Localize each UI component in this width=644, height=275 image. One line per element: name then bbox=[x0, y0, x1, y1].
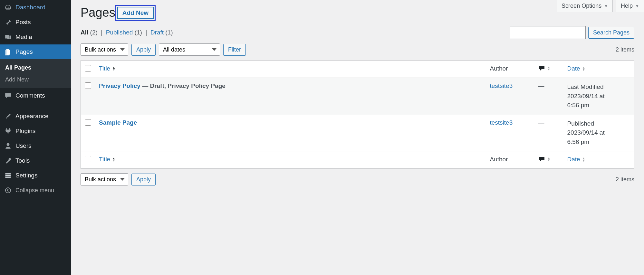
main-content: Screen Options ▼ Help ▼ Pages Add New Al… bbox=[71, 0, 644, 275]
bulk-actions-select[interactable]: Bulk actions bbox=[81, 43, 128, 56]
search-input[interactable] bbox=[510, 26, 586, 39]
comment-icon bbox=[538, 65, 545, 71]
page-title: Pages bbox=[81, 6, 115, 20]
sidebar-label: Dashboard bbox=[15, 4, 45, 11]
sidebar-subitem-all-pages[interactable]: All Pages bbox=[0, 62, 71, 74]
sidebar-item-appearance[interactable]: Appearance bbox=[0, 109, 71, 124]
sidebar-item-users[interactable]: Users bbox=[0, 138, 71, 153]
chevron-down-icon: ▼ bbox=[635, 4, 639, 8]
sidebar-item-media[interactable]: Media bbox=[0, 30, 71, 44]
help-tab[interactable]: Help ▼ bbox=[616, 0, 644, 12]
sort-icon: ▲▼ bbox=[582, 66, 585, 71]
sort-icon: ▲▼ bbox=[547, 157, 551, 161]
screen-options-tab[interactable]: Screen Options ▼ bbox=[557, 0, 613, 12]
row-checkbox[interactable] bbox=[85, 119, 91, 126]
sliders-icon bbox=[5, 172, 12, 179]
sidebar-label: Plugins bbox=[15, 128, 35, 135]
screen-options-label: Screen Options bbox=[562, 3, 601, 9]
page-status-suffix: — Draft, Privacy Policy Page bbox=[140, 82, 226, 89]
sidebar-label: Collapse menu bbox=[15, 187, 54, 194]
pages-icon bbox=[5, 48, 12, 55]
sidebar-item-pages[interactable]: Pages bbox=[0, 44, 71, 59]
user-icon bbox=[5, 142, 12, 149]
date-cell: Last Modified 2023/09/14 at 6:56 pm bbox=[563, 78, 634, 115]
search-button[interactable]: Search Pages bbox=[588, 27, 634, 39]
sidebar-label: Posts bbox=[15, 19, 31, 26]
sidebar-label: Media bbox=[15, 33, 32, 41]
sidebar-label: Settings bbox=[15, 172, 38, 179]
sidebar-item-tools[interactable]: Tools bbox=[0, 153, 71, 168]
sidebar-submenu-pages: All Pages Add New bbox=[0, 59, 71, 88]
dashboard-icon bbox=[5, 4, 12, 11]
top-actions-row: Bulk actions Apply All dates Filter 2 it… bbox=[81, 43, 634, 56]
filters-row: All (2) | Published (1) | Draft (1) Sear… bbox=[81, 26, 634, 39]
sort-icon: ▲▼ bbox=[547, 66, 551, 71]
sidebar-item-posts[interactable]: Posts bbox=[0, 15, 71, 30]
page-header: Pages Add New bbox=[81, 0, 634, 20]
sidebar-collapse[interactable]: Collapse menu bbox=[0, 183, 71, 198]
items-count-top: 2 items bbox=[616, 46, 634, 53]
table-row: Sample Page testsite3 — Published 2023/0… bbox=[81, 115, 634, 151]
sort-icon: ▲▼ bbox=[112, 66, 115, 71]
page-title-link[interactable]: Sample Page bbox=[99, 119, 137, 126]
sidebar-label: Tools bbox=[15, 157, 30, 164]
comment-icon bbox=[5, 92, 12, 99]
brush-icon bbox=[5, 113, 12, 120]
column-title-footer[interactable]: Title ▲▼ bbox=[99, 156, 115, 163]
column-author-header: Author bbox=[486, 61, 534, 78]
filter-draft-count: (1) bbox=[165, 29, 173, 36]
bulk-actions-select-bottom[interactable]: Bulk actions bbox=[81, 173, 128, 185]
column-date-header[interactable]: Date ▲▼ bbox=[567, 65, 585, 72]
plug-icon bbox=[5, 128, 12, 135]
bottom-actions-row: Bulk actions Apply 2 items bbox=[81, 173, 634, 185]
comments-value: — bbox=[538, 119, 544, 126]
status-filters: All (2) | Published (1) | Draft (1) bbox=[81, 29, 173, 36]
apply-button-bottom[interactable]: Apply bbox=[131, 174, 156, 185]
filter-all-count: (2) bbox=[90, 29, 98, 36]
sidebar-item-settings[interactable]: Settings bbox=[0, 168, 71, 183]
sidebar-item-plugins[interactable]: Plugins bbox=[0, 124, 71, 138]
comments-value: — bbox=[538, 82, 544, 89]
sidebar-label: Appearance bbox=[15, 113, 48, 120]
sidebar-label: Users bbox=[15, 142, 32, 149]
sidebar-label: Comments bbox=[15, 92, 45, 99]
media-icon bbox=[5, 33, 12, 41]
column-comments-header[interactable]: ▲▼ bbox=[538, 65, 551, 71]
filter-published-count: (1) bbox=[135, 29, 142, 36]
column-title-header[interactable]: Title ▲▼ bbox=[99, 65, 115, 72]
help-label: Help bbox=[621, 3, 633, 9]
sidebar-item-comments[interactable]: Comments bbox=[0, 88, 71, 103]
sort-icon: ▲▼ bbox=[112, 157, 115, 162]
add-new-button[interactable]: Add New bbox=[117, 7, 154, 19]
column-date-footer[interactable]: Date ▲▼ bbox=[567, 156, 585, 163]
chevron-down-icon: ▼ bbox=[604, 4, 608, 8]
sidebar-subitem-add-new[interactable]: Add New bbox=[0, 74, 71, 86]
select-all-checkbox-bottom[interactable] bbox=[85, 156, 91, 162]
items-count-bottom: 2 items bbox=[616, 176, 634, 183]
filter-draft[interactable]: Draft bbox=[150, 29, 164, 36]
search-area: Search Pages bbox=[510, 26, 634, 39]
pages-table: Title ▲▼ Author ▲▼ Date ▲▼ bbox=[81, 60, 634, 169]
author-link[interactable]: testsite3 bbox=[490, 119, 513, 126]
author-link[interactable]: testsite3 bbox=[490, 82, 513, 89]
admin-sidebar: Dashboard Posts Media Pages All Pages Ad… bbox=[0, 0, 71, 275]
filter-button[interactable]: Filter bbox=[223, 44, 246, 56]
collapse-icon bbox=[5, 187, 12, 194]
sort-icon: ▲▼ bbox=[582, 157, 585, 162]
date-cell: Published 2023/09/14 at 6:56 pm bbox=[563, 115, 634, 151]
page-title-link[interactable]: Privacy Policy bbox=[99, 82, 140, 89]
top-tabs: Screen Options ▼ Help ▼ bbox=[557, 0, 644, 12]
apply-button-top[interactable]: Apply bbox=[131, 44, 156, 56]
sidebar-label: Pages bbox=[15, 48, 33, 55]
table-row: Privacy Policy — Draft, Privacy Policy P… bbox=[81, 78, 634, 115]
column-author-footer: Author bbox=[486, 151, 534, 169]
column-comments-footer[interactable]: ▲▼ bbox=[538, 156, 551, 162]
filter-all[interactable]: All bbox=[81, 29, 88, 36]
pin-icon bbox=[5, 19, 12, 26]
comment-icon bbox=[538, 156, 545, 162]
select-all-checkbox-top[interactable] bbox=[85, 65, 91, 71]
filter-published[interactable]: Published bbox=[106, 29, 133, 36]
row-checkbox[interactable] bbox=[85, 82, 91, 89]
sidebar-item-dashboard[interactable]: Dashboard bbox=[0, 0, 71, 15]
date-filter-select[interactable]: All dates bbox=[159, 43, 220, 56]
